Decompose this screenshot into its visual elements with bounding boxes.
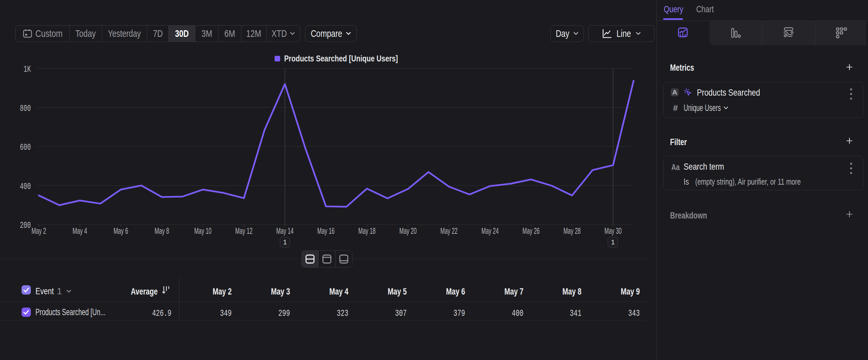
svg-text:May 18: May 18 xyxy=(359,226,376,236)
svg-text:1K: 1K xyxy=(24,64,31,74)
svg-text:May 14: May 14 xyxy=(276,226,293,236)
svg-text:May 30: May 30 xyxy=(604,226,622,236)
svg-text:May 6: May 6 xyxy=(114,226,128,236)
svg-text:May 2: May 2 xyxy=(31,226,46,236)
svg-text:May 20: May 20 xyxy=(400,226,417,236)
svg-text:May 16: May 16 xyxy=(317,226,335,236)
svg-text:May 10: May 10 xyxy=(194,226,212,236)
svg-text:May 24: May 24 xyxy=(482,226,499,236)
svg-text:May 26: May 26 xyxy=(523,226,540,236)
svg-text:May 12: May 12 xyxy=(236,226,253,236)
svg-text:May 22: May 22 xyxy=(440,226,458,236)
svg-text:May 4: May 4 xyxy=(72,226,87,236)
svg-text:800: 800 xyxy=(20,104,31,114)
svg-text:May 28: May 28 xyxy=(563,226,581,236)
svg-text:600: 600 xyxy=(20,142,31,153)
svg-text:May 8: May 8 xyxy=(155,226,169,236)
svg-text:200: 200 xyxy=(20,221,31,230)
svg-text:400: 400 xyxy=(20,182,31,192)
